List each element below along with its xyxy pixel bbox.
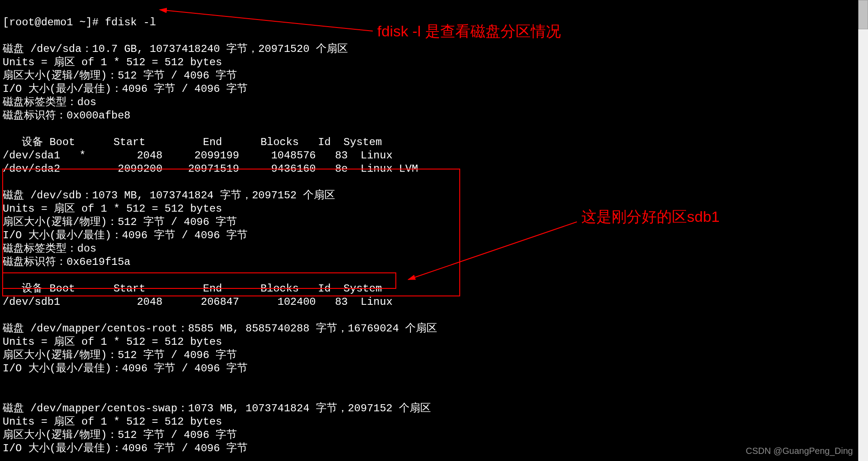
mapper-root-units: Units = 扇区 of 1 * 512 = 512 bytes — [3, 336, 222, 348]
sda-disk-label: 磁盘标签类型：dos — [3, 96, 96, 108]
mapper-swap-header: 磁盘 /dev/mapper/centos-swap：1073 MB, 1073… — [3, 402, 431, 414]
mapper-swap-io-size: I/O 大小(最小/最佳)：4096 字节 / 4096 字节 — [3, 442, 248, 454]
sda-header: 磁盘 /dev/sda：10.7 GB, 10737418240 字节，2097… — [3, 43, 348, 55]
sda-table-header: 设备 Boot Start End Blocks Id System — [3, 136, 382, 148]
annotation-text-1: fdisk -l 是查看磁盘分区情况 — [377, 22, 561, 40]
sdb-row-1: /dev/sdb1 2048 206847 102400 83 Linux — [3, 296, 393, 308]
mapper-swap-sector-size: 扇区大小(逻辑/物理)：512 字节 / 4096 字节 — [3, 429, 237, 441]
prompt-line-1: [root@demo1 ~]# fdisk -l — [3, 16, 156, 28]
sda-row-1: /dev/sda1 * 2048 2099199 1048576 83 Linu… — [3, 150, 393, 162]
sda-sector-size: 扇区大小(逻辑/物理)：512 字节 / 4096 字节 — [3, 70, 237, 82]
mapper-root-sector-size: 扇区大小(逻辑/物理)：512 字节 / 4096 字节 — [3, 349, 237, 361]
watermark-text: CSDN @GuangPeng_Ding — [746, 444, 853, 457]
annotation-box-sdb1-row — [2, 272, 396, 289]
svg-line-0 — [160, 10, 373, 31]
terminal-window[interactable]: [root@demo1 ~]# fdisk -l 磁盘 /dev/sda：10.… — [0, 0, 868, 461]
annotation-text-2: 这是刚分好的区sdb1 — [581, 208, 720, 225]
sda-io-size: I/O 大小(最小/最佳)：4096 字节 / 4096 字节 — [3, 83, 248, 95]
scrollbar-thumb[interactable] — [858, 0, 868, 29]
vertical-scrollbar[interactable] — [858, 0, 868, 461]
sda-units: Units = 扇区 of 1 * 512 = 512 bytes — [3, 56, 222, 68]
mapper-root-header: 磁盘 /dev/mapper/centos-root：8585 MB, 8585… — [3, 323, 437, 335]
mapper-swap-units: Units = 扇区 of 1 * 512 = 512 bytes — [3, 416, 222, 428]
mapper-root-io-size: I/O 大小(最小/最佳)：4096 字节 / 4096 字节 — [3, 362, 248, 374]
annotation-arrow-1 — [151, 4, 377, 35]
sda-disk-id: 磁盘标识符：0x000afbe8 — [3, 110, 130, 122]
